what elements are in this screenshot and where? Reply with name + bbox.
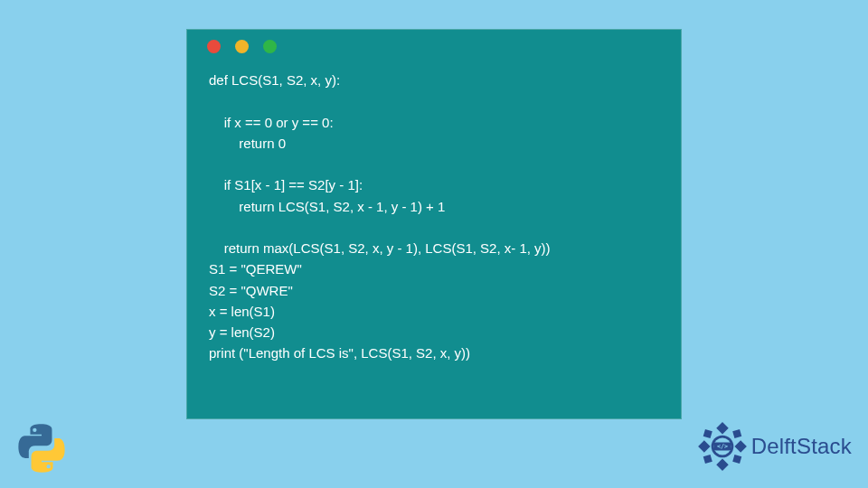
- svg-text:</>: </>: [717, 443, 728, 450]
- svg-marker-4: [703, 429, 712, 438]
- svg-marker-1: [716, 458, 728, 470]
- svg-marker-7: [732, 455, 741, 464]
- svg-marker-2: [698, 440, 710, 452]
- python-logo-icon: [14, 421, 69, 475]
- close-dot-icon: [207, 40, 221, 53]
- delftstack-badge-icon: </>: [697, 421, 748, 472]
- svg-marker-3: [734, 440, 746, 452]
- code-window: def LCS(S1, S2, x, y): if x == 0 or y ==…: [186, 29, 682, 419]
- delftstack-brand: </> DelftStack: [697, 421, 852, 472]
- svg-marker-5: [732, 429, 741, 438]
- delftstack-label: DelftStack: [751, 434, 852, 459]
- svg-marker-6: [703, 455, 712, 464]
- window-titlebar: [187, 30, 681, 62]
- code-block: def LCS(S1, S2, x, y): if x == 0 or y ==…: [187, 62, 681, 364]
- svg-marker-0: [716, 422, 728, 434]
- minimize-dot-icon: [235, 40, 249, 53]
- maximize-dot-icon: [263, 40, 277, 53]
